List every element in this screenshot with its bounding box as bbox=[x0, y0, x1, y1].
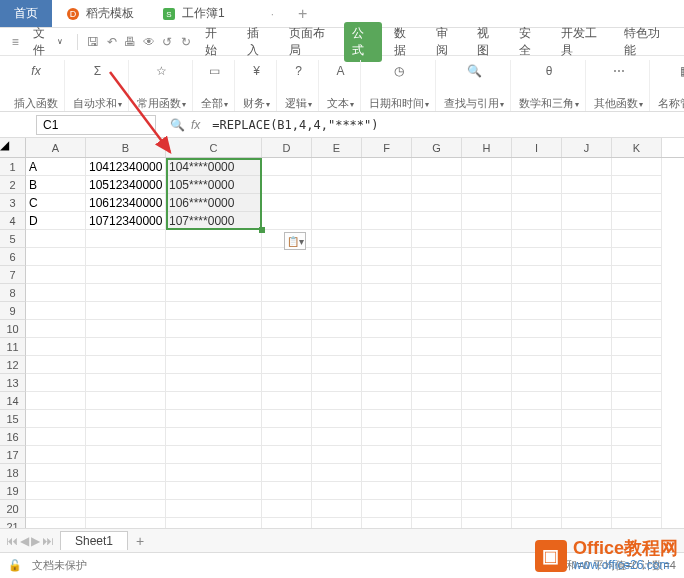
cell[interactable] bbox=[412, 392, 462, 410]
cell[interactable] bbox=[362, 176, 412, 194]
cell[interactable] bbox=[512, 302, 562, 320]
cell[interactable] bbox=[562, 158, 612, 176]
ribbon-all[interactable]: ▭全部▾ bbox=[195, 60, 235, 111]
cell[interactable] bbox=[462, 446, 512, 464]
cell[interactable] bbox=[462, 176, 512, 194]
cell[interactable] bbox=[86, 230, 166, 248]
paste-options-button[interactable]: 📋▾ bbox=[284, 232, 306, 250]
col-head-J[interactable]: J bbox=[562, 138, 612, 157]
menu-security[interactable]: 安全 bbox=[511, 25, 549, 59]
cell[interactable] bbox=[412, 158, 462, 176]
cell[interactable] bbox=[362, 248, 412, 266]
cell[interactable] bbox=[86, 500, 166, 518]
cell[interactable] bbox=[362, 374, 412, 392]
row-head[interactable]: 9 bbox=[0, 302, 26, 320]
row-head[interactable]: 16 bbox=[0, 428, 26, 446]
cell[interactable] bbox=[562, 302, 612, 320]
cell[interactable] bbox=[512, 446, 562, 464]
row-head[interactable]: 2 bbox=[0, 176, 26, 194]
cell[interactable] bbox=[412, 266, 462, 284]
cell[interactable] bbox=[612, 284, 662, 302]
menu-dev[interactable]: 开发工具 bbox=[553, 25, 613, 59]
row-head[interactable]: 5 bbox=[0, 230, 26, 248]
cell[interactable] bbox=[312, 428, 362, 446]
cell[interactable] bbox=[412, 500, 462, 518]
cell[interactable] bbox=[86, 320, 166, 338]
cell[interactable] bbox=[262, 284, 312, 302]
cell[interactable] bbox=[612, 464, 662, 482]
cell[interactable] bbox=[562, 410, 612, 428]
row-head[interactable]: 10 bbox=[0, 320, 26, 338]
cell[interactable] bbox=[166, 446, 262, 464]
cell[interactable] bbox=[86, 464, 166, 482]
cell[interactable] bbox=[362, 158, 412, 176]
cell[interactable] bbox=[562, 284, 612, 302]
menu-view[interactable]: 视图 bbox=[469, 25, 507, 59]
col-head-A[interactable]: A bbox=[26, 138, 86, 157]
cell[interactable] bbox=[362, 212, 412, 230]
cell[interactable] bbox=[612, 176, 662, 194]
select-all-corner[interactable]: ◢ bbox=[0, 138, 26, 157]
cell[interactable] bbox=[262, 482, 312, 500]
cell[interactable] bbox=[412, 302, 462, 320]
cell[interactable] bbox=[362, 284, 412, 302]
cell[interactable] bbox=[262, 410, 312, 428]
cell[interactable]: 10712340000 bbox=[86, 212, 166, 230]
cell[interactable] bbox=[26, 266, 86, 284]
cell[interactable] bbox=[166, 320, 262, 338]
cell[interactable] bbox=[26, 284, 86, 302]
preview-icon[interactable]: 👁 bbox=[142, 34, 157, 50]
cell[interactable] bbox=[362, 464, 412, 482]
cell[interactable] bbox=[262, 446, 312, 464]
col-head-D[interactable]: D bbox=[262, 138, 312, 157]
cell[interactable] bbox=[262, 158, 312, 176]
cell[interactable] bbox=[562, 266, 612, 284]
ribbon-text[interactable]: A文本▾ bbox=[321, 60, 361, 111]
sheet-nav-last[interactable]: ⏭ bbox=[42, 534, 54, 548]
cell[interactable] bbox=[362, 500, 412, 518]
cell[interactable] bbox=[312, 230, 362, 248]
cell[interactable] bbox=[612, 428, 662, 446]
cell[interactable] bbox=[26, 500, 86, 518]
cell[interactable] bbox=[86, 392, 166, 410]
undo-icon[interactable]: ↶ bbox=[105, 34, 120, 50]
cell[interactable]: 10512340000 bbox=[86, 176, 166, 194]
cell[interactable] bbox=[612, 356, 662, 374]
row-head[interactable]: 7 bbox=[0, 266, 26, 284]
cell[interactable] bbox=[562, 248, 612, 266]
cell[interactable] bbox=[312, 374, 362, 392]
cell[interactable] bbox=[312, 482, 362, 500]
row-head[interactable]: 4 bbox=[0, 212, 26, 230]
cell[interactable] bbox=[26, 464, 86, 482]
cell[interactable] bbox=[512, 338, 562, 356]
zoom-icon[interactable]: 🔍 bbox=[170, 118, 185, 132]
cell[interactable] bbox=[166, 230, 262, 248]
cell[interactable] bbox=[312, 302, 362, 320]
cell[interactable] bbox=[462, 302, 512, 320]
cell[interactable] bbox=[612, 338, 662, 356]
cell[interactable] bbox=[26, 302, 86, 320]
cell[interactable] bbox=[562, 446, 612, 464]
row-head[interactable]: 11 bbox=[0, 338, 26, 356]
cell[interactable] bbox=[166, 302, 262, 320]
cell[interactable] bbox=[86, 374, 166, 392]
cell[interactable] bbox=[512, 158, 562, 176]
cell[interactable] bbox=[26, 446, 86, 464]
cell[interactable] bbox=[26, 248, 86, 266]
spreadsheet-grid[interactable]: ◢ A B C D E F G H I J K 1A10412340000104… bbox=[0, 138, 684, 572]
sheet-tab[interactable]: Sheet1 bbox=[60, 531, 128, 550]
cell[interactable] bbox=[312, 194, 362, 212]
ribbon-math[interactable]: θ数学和三角▾ bbox=[513, 60, 586, 111]
cell[interactable] bbox=[312, 356, 362, 374]
cell[interactable] bbox=[362, 428, 412, 446]
cell[interactable] bbox=[312, 284, 362, 302]
cell[interactable]: 107****0000 bbox=[166, 212, 262, 230]
cell[interactable] bbox=[612, 266, 662, 284]
cell[interactable] bbox=[412, 446, 462, 464]
cell[interactable] bbox=[512, 392, 562, 410]
cell[interactable] bbox=[412, 176, 462, 194]
cell[interactable] bbox=[262, 248, 312, 266]
cell[interactable] bbox=[462, 212, 512, 230]
cell[interactable] bbox=[166, 428, 262, 446]
cell[interactable] bbox=[412, 356, 462, 374]
